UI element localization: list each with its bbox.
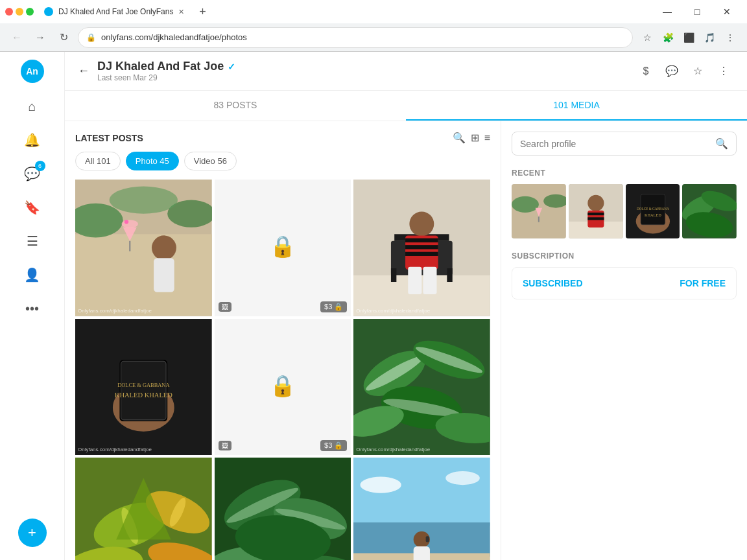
more-icon: ••• <box>25 301 39 316</box>
media-btn[interactable]: 🎵 <box>700 29 718 47</box>
user-icon: 👤 <box>24 267 40 283</box>
subscription-row: SUBSCRIBED FOR FREE <box>523 278 726 288</box>
tab-title: DJ Khaled And Fat Joe OnlyFans <box>58 7 173 16</box>
filter-video[interactable]: Video 56 <box>184 152 237 170</box>
recent-thumbs-grid: DOLCE & GABBANA KHALED <box>512 184 737 239</box>
tab-media[interactable]: 101 MEDIA <box>406 91 747 121</box>
star-btn[interactable]: ☆ <box>687 61 708 82</box>
svg-rect-23 <box>409 267 422 294</box>
search-box[interactable]: 🔍 <box>512 132 737 156</box>
photo-cell-3[interactable]: Onlyfans.com/djkhaledandfatjoe <box>353 180 490 316</box>
recent-thumb-3[interactable]: DOLCE & GABBANA KHALED <box>626 184 680 239</box>
browser-toolbar: ← → ↻ 🔒 onlyfans.com/djkhaledandfatjoe/p… <box>0 23 747 52</box>
back-btn[interactable]: ← <box>8 29 26 47</box>
svg-rect-16 <box>391 268 396 282</box>
sidebar-item-home[interactable]: ⌂ <box>17 91 48 122</box>
svg-rect-21 <box>405 245 438 249</box>
browser-titlebar: DJ Khaled And Fat Joe OnlyFans ✕ + — □ ✕ <box>0 0 747 23</box>
svg-text:KHALED KHALED: KHALED KHALED <box>115 391 172 399</box>
svg-text:DOLCE & GABBANA: DOLCE & GABBANA <box>117 382 170 388</box>
filter-photo[interactable]: Photo 45 <box>126 152 179 170</box>
svg-point-9 <box>122 220 138 228</box>
back-arrow-btn[interactable]: ← <box>78 64 89 78</box>
recent-thumb-1[interactable] <box>512 184 566 239</box>
reload-btn[interactable]: ↻ <box>54 29 73 47</box>
window-traffic-lights <box>5 8 34 16</box>
photo-cell-2[interactable]: 🔒 🖼 $3 🔒 <box>215 180 351 316</box>
photo-cell-4[interactable]: DOLCE & GABBANA KHALED KHALED Onlyfans.c… <box>75 319 212 456</box>
watermark-3: Onlyfans.com/djkhaledandfatjoe <box>356 308 430 314</box>
toolbar-icons: ☆ 🧩 ⬛ 🎵 ⋮ <box>638 29 739 47</box>
sidebar-item-notifications[interactable]: 🔔 <box>17 124 48 156</box>
svg-point-4 <box>110 187 178 214</box>
maximize-window-btn[interactable] <box>26 8 34 16</box>
profile-name-row: DJ Khaled And Fat Joe ✓ <box>97 60 628 73</box>
profile-tabs: 83 POSTS 101 MEDIA <box>65 91 747 121</box>
photo-cell-8[interactable] <box>215 458 351 560</box>
menu-btn[interactable]: ⋮ <box>721 29 739 47</box>
profile-header-actions: $ 💬 ☆ ⋮ <box>635 61 734 82</box>
filter-pills: All 101 Photo 45 Video 56 <box>75 152 490 170</box>
tab-close-btn[interactable]: ✕ <box>178 8 184 16</box>
svg-point-59 <box>361 477 401 493</box>
svg-point-72 <box>587 195 604 211</box>
close-window-btn[interactable] <box>5 8 13 16</box>
svg-rect-1 <box>75 234 212 316</box>
add-content-btn[interactable]: + <box>18 519 47 547</box>
svg-rect-17 <box>447 268 453 282</box>
forward-btn[interactable]: → <box>31 29 49 47</box>
search-input[interactable] <box>520 139 710 149</box>
extension-btn[interactable]: 🧩 <box>659 29 677 47</box>
svg-rect-28 <box>121 361 167 420</box>
bookmark-icon: 🔖 <box>24 200 40 215</box>
svg-rect-75 <box>587 217 604 220</box>
sidebar-item-lists[interactable]: ☰ <box>17 226 48 257</box>
photo-footer-2: 🖼 $3 🔒 <box>219 301 348 312</box>
tab-favicon <box>44 7 53 16</box>
search-icon: 🔍 <box>715 137 728 150</box>
svg-rect-6 <box>154 258 174 292</box>
posts-title: LATEST POSTS <box>75 133 453 143</box>
new-tab-btn[interactable]: + <box>195 4 210 19</box>
filter-all[interactable]: All 101 <box>75 152 121 170</box>
sidebar-item-more[interactable]: ••• <box>17 293 48 324</box>
tab-posts[interactable]: 83 POSTS <box>65 91 406 121</box>
photo-cell-6[interactable]: Onlyfans.com/djkhaledandfatjoe <box>353 319 490 456</box>
address-bar[interactable]: 🔒 onlyfans.com/djkhaledandfatjoe/photos <box>78 27 633 48</box>
browser-tab[interactable]: DJ Khaled And Fat Joe OnlyFans ✕ <box>36 2 192 21</box>
restore-btn[interactable]: □ <box>682 2 712 21</box>
subscription-price: FOR FREE <box>680 278 726 288</box>
sidebar-item-profile[interactable]: 👤 <box>17 259 48 290</box>
profile-main: ← DJ Khaled And Fat Joe ✓ Last seen Mar … <box>65 52 747 560</box>
app-layout: An ⌂ 🔔 💬 6 🔖 ☰ 👤 ••• + ← <box>0 52 747 560</box>
more-options-btn[interactable]: ⋮ <box>713 61 734 82</box>
avatar[interactable]: An <box>21 60 44 83</box>
message-btn[interactable]: 💬 <box>661 61 682 82</box>
sort-btn[interactable]: ≡ <box>484 132 490 144</box>
close-btn[interactable]: ✕ <box>712 2 742 21</box>
dollar-btn[interactable]: $ <box>635 61 656 82</box>
right-panel: 🔍 RECENT <box>501 121 747 560</box>
watermark-6: Onlyfans.com/djkhaledandfatjoe <box>356 447 430 452</box>
photo-cell-1[interactable]: Onlyfans.com/djkhaledandfatjoe <box>75 180 212 316</box>
search-posts-btn[interactable]: 🔍 <box>453 132 466 144</box>
recent-thumb-2[interactable] <box>569 184 623 239</box>
svg-point-65 <box>512 196 539 213</box>
home-icon: ⌂ <box>28 99 36 114</box>
minimize-btn[interactable]: — <box>652 2 682 21</box>
svg-rect-20 <box>405 239 438 242</box>
bookmark-star-btn[interactable]: ☆ <box>638 29 656 47</box>
sidebar: An ⌂ 🔔 💬 6 🔖 ☰ 👤 ••• + <box>0 52 65 560</box>
photo-cell-7[interactable] <box>75 458 212 560</box>
sidebar-item-messages[interactable]: 💬 6 <box>17 158 48 189</box>
photo-cell-5[interactable]: 🔒 🖼 $3 🔒 <box>215 319 351 456</box>
recent-thumb-4[interactable] <box>682 184 737 239</box>
extensions-btn[interactable]: ⬛ <box>680 29 698 47</box>
svg-text:KHALED: KHALED <box>644 213 661 217</box>
svg-rect-63 <box>426 536 429 542</box>
photo-cell-9[interactable]: Onlyfans.com/djkhaledandfatjoe <box>353 458 490 560</box>
grid-view-btn[interactable]: ⊞ <box>471 132 479 144</box>
svg-rect-62 <box>414 546 430 560</box>
sidebar-item-bookmarks[interactable]: 🔖 <box>17 192 48 223</box>
minimize-window-btn[interactable] <box>16 8 23 16</box>
